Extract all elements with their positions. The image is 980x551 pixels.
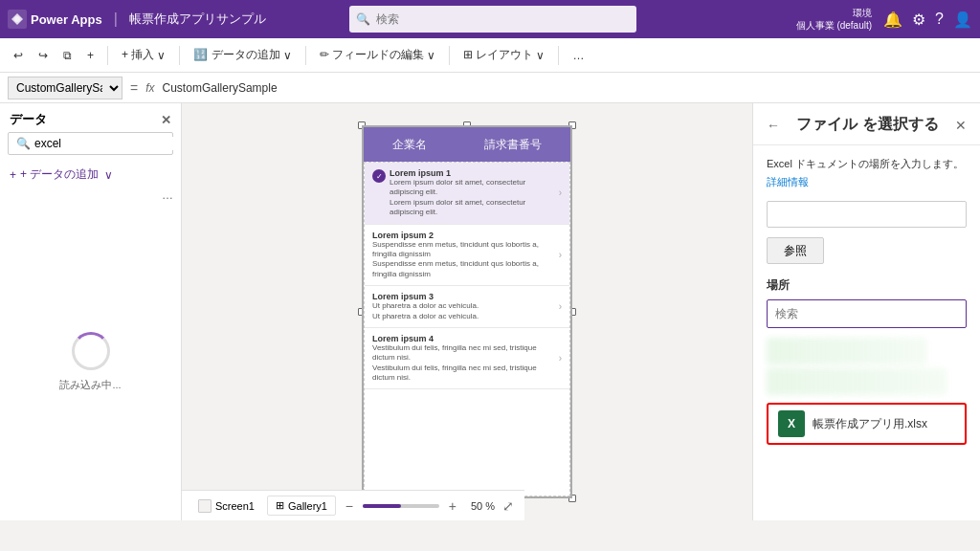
excel-location-input[interactable] [767, 201, 967, 228]
notification-icon[interactable]: 🔔 [883, 11, 902, 29]
browse-button[interactable]: 参照 [767, 237, 824, 264]
gallery-item-1-text: Lorem ipsum 1 Lorem ipsum dolor sit amet… [390, 168, 559, 218]
data-panel-title: データ [10, 111, 47, 128]
edit-fields-button[interactable]: ✏ フィールドの編集 ∨ [314, 44, 441, 66]
zoom-plus-button[interactable]: + [443, 496, 462, 516]
zoom-controls: − + 50 % ⤢ [340, 496, 518, 516]
add-data-button[interactable]: 🔢 データの追加 ∨ [188, 44, 297, 66]
powerapps-label: Power Apps [31, 12, 102, 27]
gallery-item-3-title: Lorem ipsum 3 [372, 292, 559, 301]
canvas-frame: 企業名 請求書番号 ✓ Lorem ipsum 1 Lorem ipsum do… [362, 125, 572, 498]
gallery-item-4-desc1: Vestibulum dui felis, fringilla nec mi s… [372, 343, 559, 364]
close-panel-button[interactable]: ✕ [955, 118, 967, 133]
zoom-minus-button[interactable]: − [340, 496, 359, 516]
gallery-items: ✓ Lorem ipsum 1 Lorem ipsum dolor sit am… [364, 162, 570, 496]
insert-chevron: ∨ [157, 49, 166, 62]
blurred-result-1 [767, 338, 926, 364]
app-logo: Power Apps [8, 10, 102, 29]
right-panel-title: ファイル を選択する [796, 115, 938, 135]
gallery1-tab[interactable]: ⊞ Gallery1 [267, 496, 336, 516]
gallery-item-4-title: Lorem ipsum 4 [372, 334, 559, 343]
right-panel: ← ファイル を選択する ✕ Excel ドキュメントの場所を入力します。 詳細… [752, 103, 980, 520]
env-label: 環境 [853, 7, 872, 19]
formula-text: CustomGallerySample [163, 81, 278, 95]
fx-label: fx [145, 81, 154, 95]
back-button[interactable]: ← [767, 118, 780, 133]
search-icon: 🔍 [356, 12, 370, 26]
help-icon[interactable]: ? [935, 11, 944, 29]
screen1-label: Screen1 [215, 500, 255, 512]
main-area: データ ✕ 🔍 ✕ + + データの追加 ∨ … 読み込み中... [0, 103, 980, 520]
data-search-box[interactable]: 🔍 ✕ [8, 132, 173, 155]
gallery-item-4-desc2: Vestibulum dui felis, fringilla nec mi s… [372, 364, 559, 384]
gallery-col1: 企業名 [392, 137, 427, 153]
excel-file-name: 帳票作成アプリ用.xlsx [813, 416, 927, 432]
gallery-item-2-title: Lorem ipsum 2 [372, 231, 559, 240]
copy-button[interactable]: ⧉ [57, 46, 78, 65]
gallery-item-3-desc2: Ut pharetra a dolor ac vehicula. [372, 312, 559, 321]
layout-chevron: ∨ [536, 49, 545, 62]
expand-icon[interactable]: ⤢ [499, 496, 518, 516]
formula-bar: CustomGallerySample = fx CustomGallerySa… [0, 73, 980, 103]
gallery-item-4-arrow: › [559, 353, 562, 364]
gallery-item-3-desc1: Ut pharetra a dolor ac vehicula. [372, 301, 559, 311]
paste-button[interactable]: + [81, 46, 100, 65]
gallery-item-2-text: Lorem ipsum 2 Suspendisse enm metus, tin… [372, 231, 559, 280]
equals-sign: = [130, 80, 138, 96]
search-results-area: X 帳票作成アプリ用.xlsx [767, 338, 967, 452]
location-label: 場所 [767, 277, 967, 294]
layout-button[interactable]: ⊞ レイアウト ∨ [457, 44, 550, 66]
insert-button[interactable]: + 挿入 ∨ [116, 44, 171, 66]
title-separator: | [114, 11, 118, 28]
left-panel-header: データ ✕ [0, 103, 181, 132]
gallery-item-2[interactable]: Lorem ipsum 2 Suspendisse enm metus, tin… [365, 225, 569, 287]
close-data-panel-icon[interactable]: ✕ [161, 113, 171, 127]
add-data-btn[interactable]: + + データの追加 ∨ [0, 163, 181, 187]
data-search-input[interactable] [34, 137, 178, 150]
canvas-area[interactable]: 企業名 請求書番号 ✓ Lorem ipsum 1 Lorem ipsum do… [182, 103, 752, 520]
profile-icon[interactable]: 👤 [953, 11, 972, 29]
gallery-item-1-desc2: Lorem ipsum dolor sit amet, consectetur … [390, 198, 559, 218]
redo-button[interactable]: ↪ [33, 46, 54, 65]
svg-point-1 [14, 16, 20, 22]
gallery1-icon: ⊞ [276, 499, 284, 512]
add-data-chevron: ∨ [283, 49, 292, 62]
gallery-col2: 請求書番号 [484, 137, 542, 153]
bottom-bar: Screen1 ⊞ Gallery1 − + 50 % ⤢ [182, 490, 524, 520]
add-data-plus-icon: + [10, 168, 16, 182]
undo-button[interactable]: ↩ [8, 46, 29, 65]
gallery-item-1-desc1: Lorem ipsum dolor sit amet, consectetur … [390, 178, 559, 198]
left-panel: データ ✕ 🔍 ✕ + + データの追加 ∨ … 読み込み中... [0, 103, 182, 520]
more-button[interactable]: … [567, 46, 590, 65]
loading-area: 読み込み中... [0, 204, 181, 520]
detail-info-link[interactable]: 詳細情報 [767, 175, 967, 189]
zoom-level-label: 50 % [466, 500, 495, 512]
topbar: Power Apps | 帳票作成アプリサンプル 🔍 環境 個人事業 (defa… [0, 0, 980, 38]
excel-file-result[interactable]: X 帳票作成アプリ用.xlsx [767, 403, 967, 445]
phone-frame: 企業名 請求書番号 ✓ Lorem ipsum 1 Lorem ipsum do… [362, 125, 572, 498]
toolbar-separator-2 [179, 46, 180, 65]
data-search-icon: 🔍 [16, 137, 31, 150]
screen1-icon [198, 499, 212, 513]
edit-fields-chevron: ∨ [427, 49, 435, 62]
zoom-slider[interactable] [363, 504, 439, 508]
app-title: 帳票作成アプリサンプル [129, 11, 266, 28]
screen1-tab[interactable]: Screen1 [189, 496, 263, 517]
loading-label: 読み込み中... [59, 378, 121, 392]
powerapps-logo-icon [8, 10, 27, 29]
gallery-header: 企業名 請求書番号 [364, 127, 570, 162]
gallery-item-1-icon: ✓ [372, 169, 386, 183]
topbar-icons: 🔔 ⚙ ? 👤 [883, 11, 972, 29]
global-search-input[interactable] [349, 6, 636, 33]
gallery-item-1[interactable]: ✓ Lorem ipsum 1 Lorem ipsum dolor sit am… [365, 163, 569, 225]
gallery-item-1-title: Lorem ipsum 1 [390, 168, 559, 178]
environment-info: 環境 個人事業 (default) [796, 7, 872, 32]
toolbar-separator-5 [558, 46, 559, 65]
location-search-input[interactable] [767, 299, 967, 328]
settings-icon[interactable]: ⚙ [912, 11, 925, 29]
gallery-item-3[interactable]: Lorem ipsum 3 Ut pharetra a dolor ac veh… [365, 286, 569, 328]
add-data-label: + データの追加 [20, 166, 99, 183]
more-data-icon[interactable]: … [162, 188, 173, 202]
component-selector[interactable]: CustomGallerySample [8, 77, 122, 99]
gallery-item-4[interactable]: Lorem ipsum 4 Vestibulum dui felis, frin… [365, 328, 569, 390]
